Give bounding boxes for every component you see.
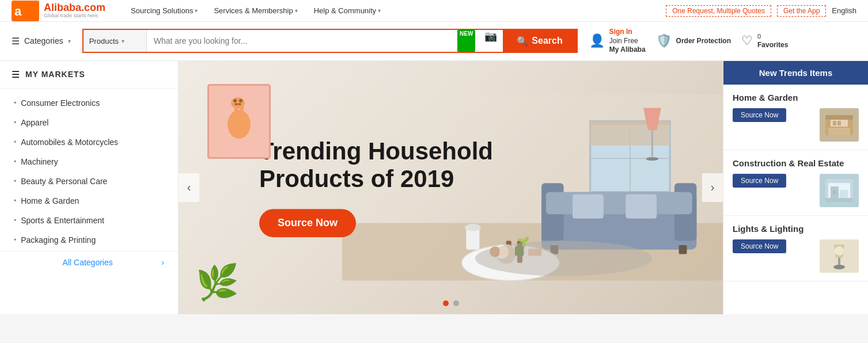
svg-rect-16: [590, 121, 669, 145]
sidebar-item-machinery[interactable]: Machinery: [0, 152, 178, 172]
right-panel-header: New Trends Items: [723, 61, 868, 85]
categories-button[interactable]: ☰ Categories ▾: [12, 36, 71, 47]
top-nav-links: Sourcing Solutions ▾ Services & Membersh…: [123, 6, 666, 15]
svg-rect-50: [840, 190, 848, 199]
banner-dot-1[interactable]: [443, 300, 449, 306]
banner-frame-decoration: [207, 84, 271, 159]
sidebar-item-beauty[interactable]: Beauty & Personal Care: [0, 172, 178, 191]
giraffe-art-icon: [216, 93, 262, 150]
sidebar-item-packaging[interactable]: Packaging & Printing: [0, 230, 178, 250]
my-alibaba-label: My Alibaba: [609, 45, 646, 55]
svg-rect-32: [651, 130, 653, 157]
home-garden-product-image: [822, 110, 856, 139]
alibaba-logo-icon: a: [12, 1, 39, 21]
chevron-down-icon: ▾: [295, 7, 298, 14]
sidebar-item-home-garden[interactable]: Home & Garden: [0, 191, 178, 211]
chevron-down-icon: ▾: [68, 38, 71, 44]
sidebar-item-all-categories[interactable]: All Categories ›: [0, 253, 178, 272]
user-icon: 👤: [589, 33, 605, 48]
svg-text:a: a: [14, 4, 22, 18]
svg-rect-38: [499, 249, 508, 254]
favorites-count: 0: [757, 32, 788, 40]
camera-icon[interactable]: 📷: [479, 30, 503, 52]
search-container: Products ▾ NEW 📷 🔍 Search: [82, 29, 578, 53]
svg-point-9: [238, 103, 241, 105]
top-nav-right: One Request, Multiple Quotes Get the App…: [666, 5, 856, 17]
multiple-quotes-cta[interactable]: One Request, Multiple Quotes: [666, 5, 771, 17]
heart-icon: ♡: [741, 33, 753, 48]
favorites-label: Favorites: [757, 41, 788, 50]
help-community-link[interactable]: Help & Community ▾: [306, 6, 389, 15]
svg-point-34: [475, 241, 652, 276]
svg-rect-39: [514, 246, 523, 256]
join-free-label: Join Free: [609, 37, 646, 46]
sourcing-solutions-link[interactable]: Sourcing Solutions ▾: [123, 6, 206, 15]
search-bar-row: ☰ Categories ▾ Products ▾ NEW 📷 🔍 Search…: [0, 22, 868, 61]
lights-source-now-button[interactable]: Source Now: [733, 239, 786, 253]
hamburger-icon: ☰: [12, 36, 20, 47]
svg-point-51: [832, 190, 837, 195]
chevron-down-icon: ▾: [122, 38, 124, 44]
main-content: ☰ MY MARKETS Consumer Electronics Appare…: [0, 61, 868, 314]
banner-plant-decoration: 🌿: [196, 262, 239, 303]
favorites-area[interactable]: ♡ 0 Favorites: [741, 32, 788, 49]
svg-rect-21: [572, 194, 603, 218]
svg-point-5: [231, 97, 245, 109]
right-panel-section-construction: Construction & Real Estate Source Now: [723, 150, 868, 216]
sign-in-label: Sign In: [609, 28, 646, 37]
hamburger-icon: ☰: [12, 69, 20, 80]
home-garden-source-now-button[interactable]: Source Now: [733, 108, 786, 122]
get-app-cta[interactable]: Get the App: [777, 5, 826, 17]
search-input[interactable]: [147, 30, 457, 52]
lights-product-image: [822, 242, 856, 270]
logo-brand: Alibaba.com: [44, 2, 105, 14]
svg-text:🌱: 🌱: [517, 236, 529, 248]
svg-point-7: [239, 99, 242, 102]
user-actions: 👤 Sign In Join Free My Alibaba 🛡️ Order …: [589, 28, 789, 55]
top-navigation: a Alibaba.com Global trade starts here. …: [0, 0, 868, 22]
product-category-dropdown[interactable]: Products ▾: [84, 30, 147, 52]
sidebar-item-sports[interactable]: Sports & Entertainment: [0, 211, 178, 230]
chevron-down-icon: ▾: [195, 7, 198, 14]
search-button[interactable]: 🔍 Search: [503, 30, 576, 52]
svg-rect-54: [838, 258, 840, 266]
sidebar-header: ☰ MY MARKETS: [0, 61, 178, 89]
banner-next-button[interactable]: ›: [702, 173, 723, 202]
order-protection-area[interactable]: 🛡️ Order Protection: [656, 33, 731, 48]
banner-content: Trending Household Products of 2019 Sour…: [259, 138, 493, 238]
sign-in-area[interactable]: 👤 Sign In Join Free My Alibaba: [589, 28, 646, 55]
svg-point-33: [646, 157, 658, 161]
construction-source-now-button[interactable]: Source Now: [733, 174, 786, 188]
search-icon: 🔍: [517, 36, 528, 47]
banner-title: Trending Household Products of 2019: [259, 138, 493, 193]
chevron-down-icon: ▾: [378, 7, 381, 14]
svg-point-8: [234, 103, 238, 105]
right-panel: New Trends Items Home & Garden Source No…: [723, 61, 868, 314]
sidebar-item-consumer-electronics[interactable]: Consumer Electronics: [0, 93, 178, 113]
right-panel-section-home-garden: Home & Garden Source Now: [723, 85, 868, 150]
sidebar-title: MY MARKETS: [25, 70, 85, 79]
banner-prev-button[interactable]: ‹: [179, 173, 199, 202]
svg-point-2: [228, 110, 251, 139]
shield-icon: 🛡️: [656, 33, 672, 48]
services-membership-link[interactable]: Services & Membership ▾: [206, 6, 305, 15]
logo-tagline: Global trade starts here.: [44, 13, 105, 19]
sidebar-list: Consumer Electronics Apparel Automobiles…: [0, 89, 178, 277]
sidebar: ☰ MY MARKETS Consumer Electronics Appare…: [0, 61, 179, 314]
svg-rect-45: [833, 121, 836, 125]
svg-rect-42: [825, 115, 853, 120]
construction-product-image: [822, 176, 856, 205]
svg-rect-52: [825, 198, 853, 202]
logo[interactable]: a Alibaba.com Global trade starts here.: [12, 1, 105, 21]
svg-rect-22: [626, 194, 657, 218]
svg-rect-24: [679, 245, 687, 254]
banner-dot-2[interactable]: [453, 300, 459, 306]
banner-source-now-button[interactable]: Source Now: [259, 209, 356, 238]
search-bar-right: 👤 Sign In Join Free My Alibaba 🛡️ Order …: [589, 28, 789, 55]
right-panel-section-lights: Lights & Lighting Source Now: [723, 216, 868, 281]
lights-title: Lights & Lighting: [733, 224, 859, 234]
sidebar-item-automobiles[interactable]: Automobiles & Motorcycles: [0, 132, 178, 152]
svg-rect-46: [837, 121, 841, 125]
sidebar-item-apparel[interactable]: Apparel: [0, 113, 178, 132]
language-selector[interactable]: English: [832, 6, 856, 15]
